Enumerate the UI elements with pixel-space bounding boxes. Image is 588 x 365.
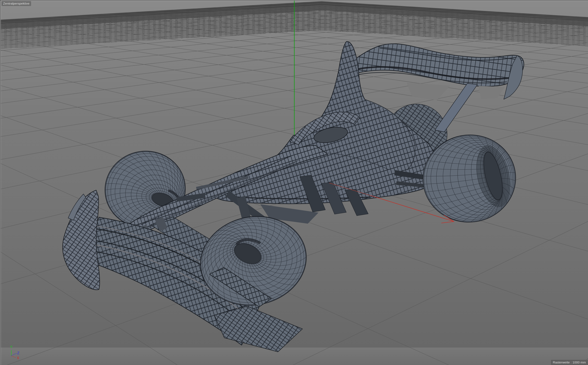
svg-text:Z: Z	[17, 351, 19, 355]
svg-text:X: X	[17, 356, 19, 360]
svg-text:Y: Y	[10, 345, 13, 349]
